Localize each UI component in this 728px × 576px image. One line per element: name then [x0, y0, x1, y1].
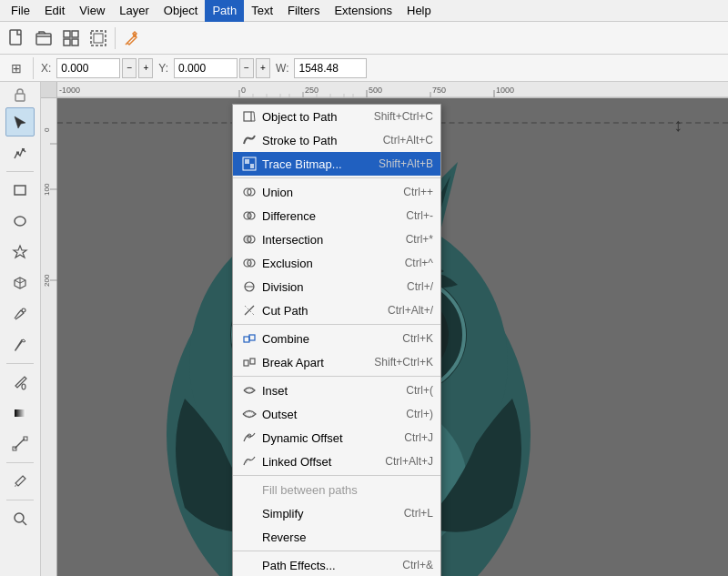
menu-object[interactable]: Object [157, 0, 206, 22]
simplify-label: Simplify [262, 507, 397, 520]
svg-rect-3 [72, 31, 78, 37]
menu-extensions[interactable]: Extensions [327, 0, 399, 22]
svg-point-13 [15, 217, 25, 226]
menu-break-apart[interactable]: Break Apart Shift+Ctrl+K [233, 350, 440, 374]
menu-filters[interactable]: Filters [280, 0, 327, 22]
menu-file[interactable]: File [4, 0, 37, 22]
trace-bitmap-label: Trace Bitmap... [262, 157, 371, 171]
y-plus-btn[interactable]: + [256, 58, 270, 78]
star-tool[interactable] [5, 237, 35, 267]
x-label: X: [41, 62, 51, 75]
select-tool[interactable] [5, 107, 35, 136]
node-tool[interactable] [5, 138, 35, 167]
svg-rect-74 [250, 164, 254, 168]
menu-view[interactable]: View [72, 0, 112, 22]
lock-icon [12, 86, 28, 103]
svg-rect-17 [15, 409, 25, 417]
menu-reverse[interactable]: Reverse [233, 525, 440, 549]
stroke-to-path-shortcut: Ctrl+Alt+C [383, 134, 433, 147]
x-coord-group: − + [56, 58, 153, 78]
difference-shortcut: Ctrl+- [406, 209, 433, 222]
menu-object-to-path[interactable]: Object to Path Shift+Ctrl+C [233, 105, 440, 128]
inset-label: Inset [262, 384, 399, 398]
menu-division[interactable]: Division Ctrl+/ [233, 275, 440, 298]
pen-button[interactable] [119, 25, 145, 51]
align-icon: ⊞ [7, 59, 25, 77]
3d-box-tool[interactable] [5, 268, 35, 298]
pencil-tool[interactable] [5, 299, 35, 328]
union-icon [240, 183, 258, 201]
y-input[interactable] [174, 58, 238, 78]
y-coord-group: − + [174, 58, 270, 78]
paint-bucket-tool[interactable] [5, 368, 35, 397]
svg-rect-4 [64, 39, 70, 45]
connector-tool[interactable] [5, 429, 35, 459]
menu-difference[interactable]: Difference Ctrl+- [233, 204, 440, 227]
svg-rect-0 [10, 30, 21, 45]
path-effects-shortcut: Ctrl+& [402, 559, 433, 571]
rect-tool[interactable] [5, 176, 35, 205]
open-button[interactable] [31, 25, 56, 51]
gradient-tool[interactable] [5, 399, 35, 428]
simplify-shortcut: Ctrl+L [404, 507, 433, 520]
menu-outset[interactable]: Outset Ctrl+) [233, 402, 440, 426]
coord-sep-1 [33, 57, 34, 79]
menu-dynamic-offset[interactable]: Dynamic Offset Ctrl+J [233, 426, 440, 450]
svg-point-21 [15, 513, 24, 522]
menu-trace-bitmap[interactable]: Trace Bitmap... Shift+Alt+B [233, 152, 440, 176]
menu-help[interactable]: Help [399, 0, 439, 22]
w-label: W: [276, 62, 288, 75]
w-input[interactable] [294, 58, 367, 78]
new-button[interactable] [4, 25, 29, 51]
left-sep-3 [6, 462, 34, 463]
toolbar-separator-1 [115, 27, 116, 49]
menu-combine[interactable]: Combine Ctrl+K [233, 327, 440, 350]
menu-exclusion[interactable]: Exclusion Ctrl+^ [233, 251, 440, 275]
x-plus-btn[interactable]: + [138, 58, 153, 78]
coordinate-bar: ⊞ X: − + Y: − + W: [0, 55, 728, 82]
menu-linked-offset[interactable]: Linked Offset Ctrl+Alt+J [233, 450, 440, 473]
outset-icon [240, 405, 258, 423]
left-sep-4 [6, 500, 34, 500]
cut-path-shortcut: Ctrl+Alt+/ [388, 304, 433, 317]
menu-layer[interactable]: Layer [112, 0, 157, 22]
x-minus-btn[interactable]: − [122, 58, 136, 78]
dynamic-offset-shortcut: Ctrl+J [404, 431, 433, 444]
menu-fill-between[interactable]: Fill between paths [233, 478, 440, 501]
menu-inset[interactable]: Inset Ctrl+( [233, 379, 440, 402]
division-label: Division [262, 280, 399, 294]
menu-sep-4 [233, 475, 440, 476]
stroke-to-path-label: Stroke to Path [262, 134, 376, 147]
ellipse-tool[interactable] [5, 207, 35, 236]
menu-text[interactable]: Text [244, 0, 280, 22]
y-minus-btn[interactable]: − [239, 58, 254, 78]
svg-point-16 [22, 384, 25, 389]
svg-rect-90 [250, 359, 255, 364]
combine-shortcut: Ctrl+K [402, 332, 433, 345]
menu-edit[interactable]: Edit [37, 0, 72, 22]
combine-label: Combine [262, 332, 395, 346]
left-sep-2 [6, 363, 34, 364]
dropper-tool[interactable] [5, 467, 35, 496]
menu-sep-1 [233, 177, 440, 178]
menu-simplify[interactable]: Simplify Ctrl+L [233, 501, 440, 525]
menu-stroke-to-path[interactable]: Stroke to Path Ctrl+Alt+C [233, 128, 440, 152]
menu-union[interactable]: Union Ctrl++ [233, 180, 440, 204]
menu-cut-path[interactable]: Cut Path Ctrl+Alt+/ [233, 298, 440, 322]
menu-path-effects[interactable]: Path Effects... Ctrl+& [233, 553, 440, 576]
left-toolbar [0, 82, 41, 576]
x-input[interactable] [56, 58, 120, 78]
zoom-tool[interactable] [5, 504, 35, 533]
svg-point-15 [22, 308, 25, 312]
calligraphy-tool[interactable] [5, 330, 35, 359]
linked-offset-label: Linked Offset [262, 455, 378, 469]
menu-intersection[interactable]: Intersection Ctrl+* [233, 227, 440, 251]
svg-rect-1 [36, 34, 51, 45]
svg-rect-7 [94, 34, 103, 43]
svg-point-8 [133, 34, 136, 37]
select-all-button[interactable] [86, 25, 111, 51]
dynamic-offset-icon [240, 429, 258, 447]
union-shortcut: Ctrl++ [403, 186, 433, 198]
grid-button[interactable] [58, 25, 84, 51]
menu-path[interactable]: Path [205, 0, 244, 22]
